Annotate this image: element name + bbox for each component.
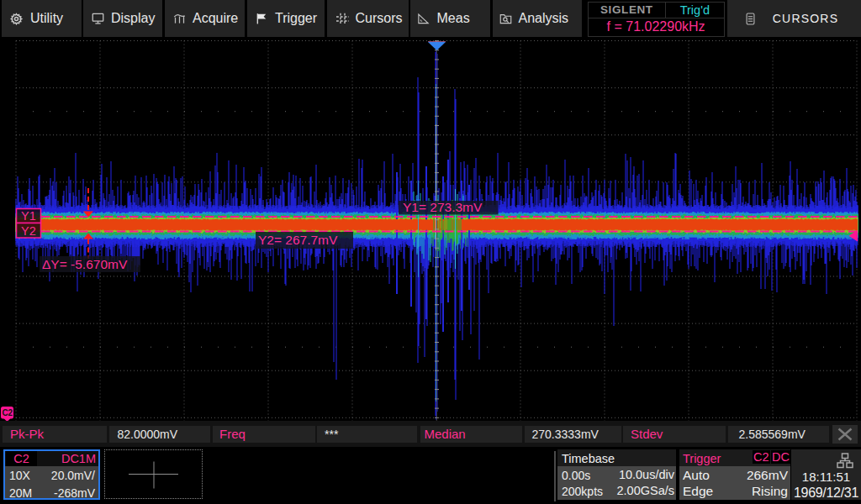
svg-text:C2: C2 [2, 408, 13, 417]
svg-text:Y2= 267.7mV: Y2= 267.7mV [258, 233, 338, 247]
svg-text:Y1= 273.3mV: Y1= 273.3mV [403, 200, 483, 214]
svg-text:Y2: Y2 [21, 224, 36, 238]
svg-text:Y1: Y1 [21, 209, 36, 223]
svg-text:ΔY= -5.670mV: ΔY= -5.670mV [42, 257, 128, 271]
